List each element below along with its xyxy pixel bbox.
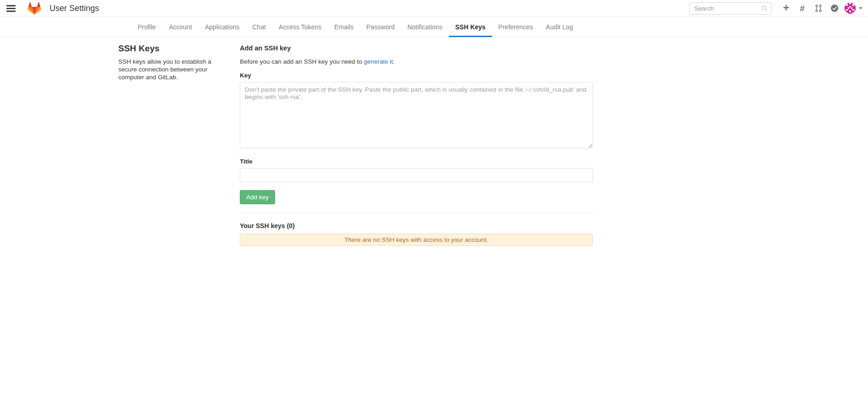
your-ssh-keys-heading: Your SSH keys (0): [240, 222, 593, 229]
section-description: SSH keys allow you to establish a secure…: [118, 58, 216, 82]
section-info: SSH Keys SSH keys allow you to establish…: [118, 43, 216, 246]
search-box: [689, 2, 772, 15]
key-label: Key: [240, 72, 593, 79]
tab-notifications[interactable]: Notifications: [401, 17, 448, 37]
top-navbar: User Settings + #: [0, 0, 868, 17]
title-field-group: Title: [240, 158, 593, 182]
gitlab-logo[interactable]: [28, 2, 41, 15]
todos-check-icon[interactable]: [826, 0, 842, 16]
search-icon: [761, 5, 768, 12]
form-heading: Add an SSH key: [240, 44, 593, 52]
generate-key-hint: Before you can add an SSH key you need t…: [240, 58, 593, 65]
hash-icon[interactable]: #: [794, 0, 810, 16]
avatar: [844, 2, 856, 14]
generate-it-link[interactable]: generate it.: [364, 58, 395, 65]
section-heading: SSH Keys: [118, 44, 216, 54]
generate-key-hint-text: Before you can add an SSH key you need t…: [240, 58, 364, 65]
settings-tabs: Profile Account Applications Chat Access…: [0, 17, 711, 37]
section-divider: [240, 213, 593, 213]
settings-tabs-bar: Profile Account Applications Chat Access…: [0, 17, 868, 37]
merge-requests-icon[interactable]: [810, 0, 826, 16]
add-ssh-key-form: Add an SSH key Before you can add an SSH…: [240, 43, 593, 246]
tab-access-tokens[interactable]: Access Tokens: [272, 17, 328, 37]
title-input[interactable]: [240, 168, 593, 182]
tab-ssh-keys[interactable]: SSH Keys: [449, 17, 492, 37]
tab-password[interactable]: Password: [360, 17, 401, 37]
navbar-icons: + #: [778, 0, 862, 16]
tab-account[interactable]: Account: [162, 17, 199, 37]
tab-chat[interactable]: Chat: [246, 17, 272, 37]
tab-profile[interactable]: Profile: [131, 17, 162, 37]
new-plus-icon[interactable]: +: [778, 0, 794, 16]
key-field-group: Key: [240, 72, 593, 150]
tab-preferences[interactable]: Preferences: [492, 17, 539, 37]
search-input[interactable]: [689, 2, 772, 15]
add-key-button[interactable]: Add key: [240, 190, 275, 204]
user-menu[interactable]: [844, 2, 862, 14]
caret-down-icon: [859, 7, 862, 9]
tab-applications[interactable]: Applications: [199, 17, 246, 37]
empty-keys-notice: There are no SSH keys with access to you…: [240, 234, 593, 246]
ssh-keys-page: SSH Keys SSH keys allow you to establish…: [0, 37, 868, 246]
title-label: Title: [240, 158, 593, 165]
tab-audit-log[interactable]: Audit Log: [539, 17, 579, 37]
hamburger-menu-icon[interactable]: [6, 5, 16, 12]
tab-emails[interactable]: Emails: [328, 17, 360, 37]
key-textarea[interactable]: [240, 82, 593, 148]
page-title: User Settings: [50, 4, 99, 13]
